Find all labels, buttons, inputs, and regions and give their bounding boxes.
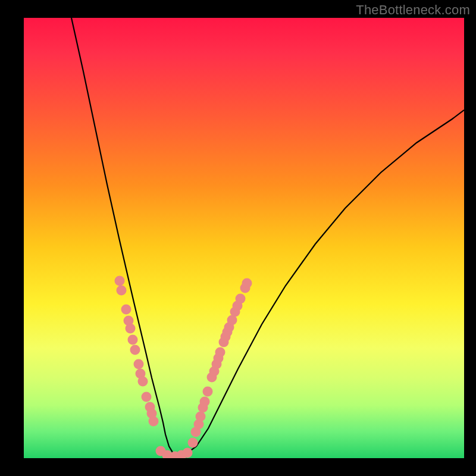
- data-points-group: [115, 276, 252, 459]
- data-point: [117, 286, 127, 296]
- data-point: [130, 345, 140, 355]
- data-point: [149, 416, 159, 427]
- data-point: [188, 438, 198, 448]
- data-point: [134, 359, 144, 369]
- watermark-text: TheBottleneck.com: [356, 2, 470, 18]
- data-point: [121, 305, 131, 315]
- chart-svg: [24, 18, 464, 458]
- data-point: [128, 335, 138, 345]
- data-point: [242, 278, 252, 289]
- data-point: [126, 324, 136, 334]
- plot-area: [24, 18, 464, 458]
- chart-frame: TheBottleneck.com: [0, 0, 476, 476]
- data-point: [203, 387, 213, 397]
- data-point: [215, 347, 226, 358]
- data-point: [183, 448, 193, 458]
- bottleneck-curve: [71, 18, 464, 455]
- data-point: [196, 412, 206, 422]
- data-point: [236, 294, 246, 304]
- data-point: [115, 276, 125, 286]
- data-point: [138, 377, 148, 387]
- data-point: [142, 392, 152, 402]
- data-point: [200, 397, 210, 407]
